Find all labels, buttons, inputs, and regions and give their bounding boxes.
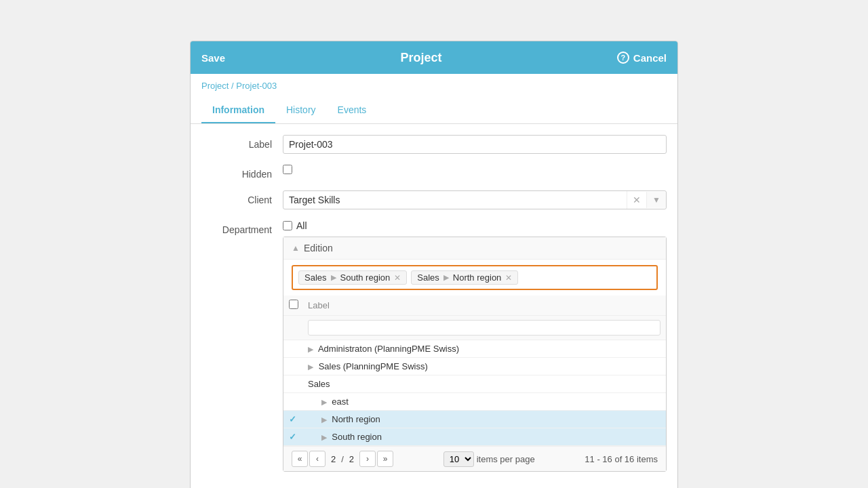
dept-all-label: All [296, 220, 307, 231]
tag-south-path: Sales [304, 272, 327, 283]
list-item[interactable]: Sales [283, 375, 666, 393]
tag-north-path: Sales [417, 272, 439, 283]
dept-all-checkbox[interactable] [283, 221, 292, 230]
tag-south-remove[interactable]: ✕ [394, 273, 401, 283]
tree-toggle-icon[interactable]: ▶ [321, 433, 327, 441]
tag-north-region: Sales ▶ North region ✕ [411, 270, 518, 285]
list-row-label: ▶ Sales (PlanningPME Swiss) [308, 361, 660, 371]
edition-label: Edition [304, 243, 333, 253]
pag-controls: « ‹ 2 / 2 › » [292, 451, 393, 467]
help-icon: ? [617, 52, 629, 64]
header-title: Project [400, 51, 441, 65]
pag-next-button[interactable]: › [359, 451, 376, 467]
tab-bar: Information History Events [191, 98, 677, 124]
tags-area: Sales ▶ South region ✕ Sales ▶ North reg… [292, 265, 658, 290]
cancel-button[interactable]: ? Cancel [617, 52, 667, 64]
pag-last-button[interactable]: » [377, 451, 393, 467]
list-row-label: ▶ North region [308, 414, 660, 424]
pag-prev-button[interactable]: ‹ [309, 451, 326, 467]
department-field-label: Department [201, 220, 283, 235]
tag-south-region: Sales ▶ South region ✕ [298, 270, 407, 285]
list-row-check: ✓ [289, 414, 308, 424]
form: Label Hidden Client Target Skills ✕ ▼ [191, 124, 677, 488]
list-check-header [289, 300, 308, 311]
list-item-south[interactable]: ✓ ▶ South region [283, 428, 666, 446]
breadcrumb-link[interactable]: Project / Projet-003 [201, 81, 277, 91]
tree-toggle-icon[interactable]: ▶ [308, 363, 313, 371]
pag-per-page: 10 25 50 items per page [443, 451, 535, 467]
client-value: Target Skills [283, 191, 627, 209]
list-row-label: Sales [308, 379, 660, 389]
client-row: Client Target Skills ✕ ▼ [201, 190, 667, 209]
client-field-label: Client [201, 190, 283, 205]
breadcrumb: Project / Projet-003 [191, 74, 677, 98]
list-item-north[interactable]: ✓ ▶ North region [283, 411, 666, 428]
tree-toggle-icon[interactable]: ▶ [321, 398, 327, 406]
tab-information[interactable]: Information [201, 98, 275, 123]
tag-north-arrow: ▶ [443, 273, 449, 282]
list-search-col [308, 320, 660, 336]
label-field-label: Label [201, 135, 283, 150]
tag-north-remove[interactable]: ✕ [505, 273, 512, 283]
pag-per-page-select[interactable]: 10 25 50 [443, 451, 474, 467]
tree-toggle-icon[interactable]: ▶ [308, 345, 313, 353]
list-row-label: ▶ South region [308, 432, 660, 442]
dept-all-row: All [283, 220, 667, 231]
department-row: Department All ▲ Edition [201, 220, 667, 472]
pag-total-pages: 2 [345, 453, 358, 466]
label-field-control [283, 135, 667, 154]
list-item[interactable]: ▶ east [283, 393, 666, 411]
department-field-control: All ▲ Edition Sales ▶ South region [283, 220, 667, 472]
pag-slash: / [341, 454, 344, 464]
list-header-row: Label [283, 296, 666, 316]
pag-info: 11 - 16 of 16 items [585, 454, 658, 464]
hidden-row: Hidden [201, 165, 667, 180]
header: Save Project ? Cancel [191, 41, 677, 74]
list-label-header: Label [308, 300, 660, 310]
client-select: Target Skills ✕ ▼ [283, 190, 667, 209]
client-arrow-button[interactable]: ▼ [646, 192, 666, 208]
list-item[interactable]: ▶ Administraton (PlanningPME Swiss) [283, 340, 666, 358]
save-button[interactable]: Save [201, 52, 225, 64]
list-row-label: ▶ Administraton (PlanningPME Swiss) [308, 344, 660, 354]
pag-current-page: 2 [327, 453, 340, 466]
client-field-control: Target Skills ✕ ▼ [283, 190, 667, 209]
tab-history[interactable]: History [275, 98, 327, 123]
tag-south-arrow: ▶ [331, 273, 336, 282]
list-item[interactable]: ▶ Sales (PlanningPME Swiss) [283, 358, 666, 375]
list-check-all[interactable] [289, 300, 298, 309]
pag-first-button[interactable]: « [292, 451, 308, 467]
list-row-check: ✓ [289, 432, 308, 442]
tree-toggle-icon[interactable]: ▶ [321, 415, 327, 424]
project-window: Save Project ? Cancel Project / Projet-0… [190, 41, 678, 488]
tag-north-name: North region [453, 272, 502, 283]
client-clear-button[interactable]: ✕ [627, 191, 646, 209]
tab-events[interactable]: Events [327, 98, 378, 123]
list-row-label: ▶ east [308, 396, 660, 407]
list-search-row [283, 316, 666, 340]
hidden-field-label: Hidden [201, 165, 283, 180]
dept-box: ▲ Edition Sales ▶ South region ✕ Sales [283, 237, 667, 472]
label-row: Label [201, 135, 667, 154]
dept-edition-header: ▲ Edition [283, 237, 666, 260]
hidden-checkbox[interactable] [283, 165, 292, 174]
hidden-field-control [283, 165, 667, 174]
pagination-bar: « ‹ 2 / 2 › » 10 25 50 [283, 446, 666, 471]
tag-south-name: South region [340, 272, 391, 283]
edition-collapse-arrow[interactable]: ▲ [292, 243, 300, 253]
label-input[interactable] [283, 135, 667, 154]
pag-per-page-label: items per page [477, 454, 535, 464]
list-search-input[interactable] [308, 320, 660, 336]
